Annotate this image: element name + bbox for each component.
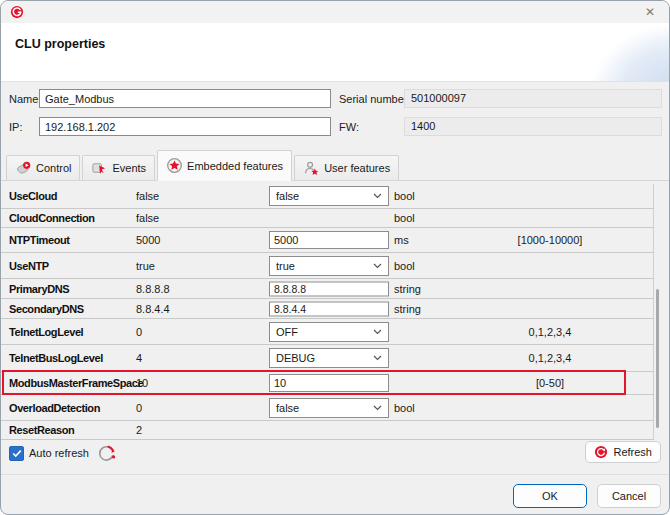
property-current-value: false xyxy=(136,212,159,224)
chevron-down-icon xyxy=(373,193,382,199)
property-unit: bool xyxy=(394,260,415,272)
chevron-down-icon xyxy=(373,355,382,361)
refresh-button-label: Refresh xyxy=(613,446,652,458)
property-current-value: 4 xyxy=(136,352,142,364)
property-input[interactable] xyxy=(269,281,389,296)
close-icon[interactable]: ✕ xyxy=(641,4,659,21)
property-row-UseCloud: UseCloudfalsefalsebool xyxy=(1,184,654,209)
fw-field: 1400 xyxy=(404,117,662,136)
auto-refresh-checkbox[interactable] xyxy=(9,446,24,461)
property-name: ModbusMasterFrameSpace xyxy=(9,377,143,389)
tab-label: Control xyxy=(36,162,71,174)
clu-info-form: Name: Serial number: 501000097 IP: FW: 1… xyxy=(1,82,669,149)
property-name: CloudConnection xyxy=(9,212,95,224)
property-select-value: false xyxy=(276,190,299,202)
tab-user-features[interactable]: User features xyxy=(294,155,399,180)
property-row-NTPTimeout: NTPTimeout5000ms[1000-10000] xyxy=(1,228,654,253)
footer-divider xyxy=(1,474,669,475)
property-unit: bool xyxy=(394,190,415,202)
property-current-value: 8.8.8.8 xyxy=(136,283,170,295)
tab-embedded-features[interactable]: Embedded features xyxy=(157,150,292,181)
property-unit: bool xyxy=(394,212,415,224)
property-current-value: 5000 xyxy=(136,234,160,246)
property-current-value: true xyxy=(136,260,155,272)
property-unit: string xyxy=(394,283,421,295)
property-select[interactable]: OFF xyxy=(269,322,389,342)
cancel-button[interactable]: Cancel xyxy=(597,484,661,508)
property-select-value: DEBUG xyxy=(276,352,315,364)
user-star-icon xyxy=(303,160,320,177)
property-input[interactable] xyxy=(269,301,389,316)
chevron-down-icon xyxy=(373,405,382,411)
property-range: [1000-10000] xyxy=(479,234,621,246)
scrollbar-thumb[interactable] xyxy=(656,289,659,428)
name-label: Name: xyxy=(9,93,41,105)
serial-number-label: Serial number: xyxy=(339,93,411,105)
property-name: SecondaryDNS xyxy=(9,303,84,315)
titlebar: ✕ xyxy=(1,1,669,23)
property-unit: bool xyxy=(394,402,415,414)
refresh-spinner-icon xyxy=(96,443,117,464)
property-range: 0,1,2,3,4 xyxy=(479,326,621,338)
fw-label: FW: xyxy=(339,121,359,133)
property-current-value: 0 xyxy=(136,326,142,338)
property-row-UseNTP: UseNTPtruetruebool xyxy=(1,253,654,279)
tab-control[interactable]: Control xyxy=(6,155,80,180)
property-current-value: 8.8.4.4 xyxy=(136,303,170,315)
property-current-value: 0 xyxy=(136,402,142,414)
name-field[interactable] xyxy=(39,89,331,108)
property-select[interactable]: false xyxy=(269,186,389,206)
table-right-border xyxy=(653,184,654,440)
property-current-value: 10 xyxy=(136,377,148,389)
property-row-TelnetLogLevel: TelnetLogLevel0OFF0,1,2,3,4 xyxy=(1,319,654,345)
property-name: OverloadDetection xyxy=(9,402,100,414)
auto-refresh-control: Auto refresh xyxy=(9,441,117,465)
clu-properties-dialog: ✕ CLU properties Name: Serial number: 50… xyxy=(0,0,670,515)
property-select[interactable]: true xyxy=(269,256,389,276)
ip-field[interactable] xyxy=(39,117,331,136)
event-flash-icon xyxy=(91,160,108,177)
property-name: NTPTimeout xyxy=(9,234,70,246)
check-icon xyxy=(12,449,22,458)
ok-button[interactable]: OK xyxy=(513,484,587,508)
tab-bar: Control Events Embedded features User fe… xyxy=(1,149,669,181)
property-name: ResetReason xyxy=(9,424,74,436)
serial-number-field: 501000097 xyxy=(404,89,662,108)
refresh-button[interactable]: Refresh xyxy=(585,441,661,463)
property-current-value: false xyxy=(136,190,159,202)
property-range: 0,1,2,3,4 xyxy=(479,352,621,364)
property-unit: string xyxy=(394,303,421,315)
property-unit: ms xyxy=(394,234,409,246)
property-row-ResetReason: ResetReason2 xyxy=(1,421,654,440)
property-select-value: OFF xyxy=(276,326,298,338)
property-current-value: 2 xyxy=(136,424,142,436)
property-select[interactable]: false xyxy=(269,398,389,418)
property-name: TelnetBusLogLevel xyxy=(9,352,103,364)
tab-label: User features xyxy=(324,162,390,174)
ip-label: IP: xyxy=(9,121,22,133)
property-row-CloudConnection: CloudConnectionfalsebool xyxy=(1,209,654,228)
property-input[interactable] xyxy=(269,374,389,392)
dialog-title: CLU properties xyxy=(15,37,105,51)
property-name: UseCloud xyxy=(9,190,57,202)
tab-events[interactable]: Events xyxy=(82,155,155,180)
property-row-PrimaryDNS: PrimaryDNS8.8.8.8string xyxy=(1,279,654,299)
property-select[interactable]: DEBUG xyxy=(269,348,389,368)
property-range: [0-50] xyxy=(479,377,621,389)
hand-pointer-icon xyxy=(15,160,32,177)
chevron-down-icon xyxy=(373,263,382,269)
property-name: TelnetLogLevel xyxy=(9,326,83,338)
tab-label: Embedded features xyxy=(187,160,283,172)
star-circle-icon xyxy=(166,157,183,174)
property-row-ModbusMasterFrameSpace: ModbusMasterFrameSpace10[0-50] xyxy=(1,372,654,395)
property-name: PrimaryDNS xyxy=(9,283,69,295)
refresh-circle-icon xyxy=(594,445,608,459)
header-decoration xyxy=(574,23,669,81)
auto-refresh-label: Auto refresh xyxy=(29,447,89,459)
property-name: UseNTP xyxy=(9,260,49,272)
property-row-TelnetBusLogLevel: TelnetBusLogLevel4DEBUG0,1,2,3,4 xyxy=(1,345,654,372)
property-input[interactable] xyxy=(269,231,389,249)
property-select-value: true xyxy=(276,260,295,272)
properties-table: UseCloudfalsefalseboolCloudConnectionfal… xyxy=(1,184,654,440)
property-row-SecondaryDNS: SecondaryDNS8.8.4.4string xyxy=(1,299,654,319)
